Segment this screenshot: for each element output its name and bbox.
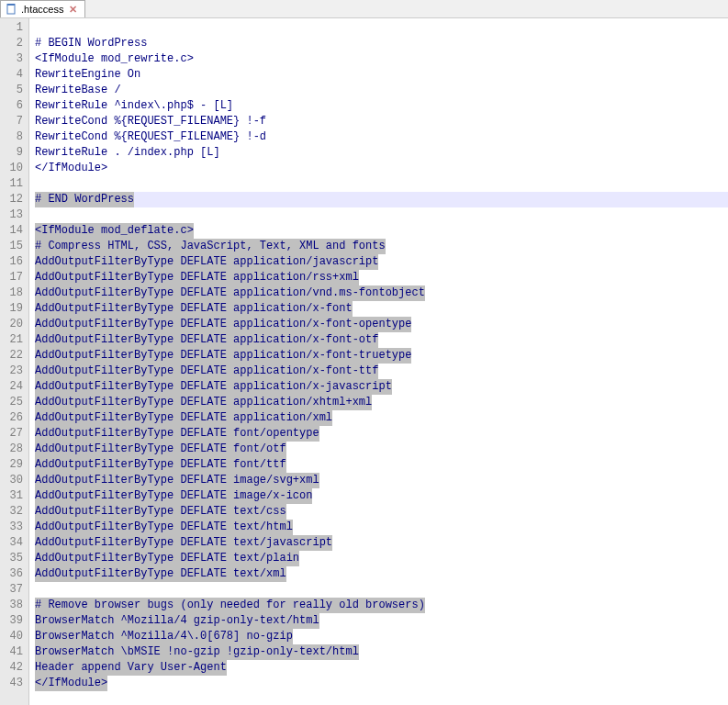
code-line[interactable]: AddOutputFilterByType DEFLATE text/html — [35, 520, 728, 535]
code-line[interactable]: AddOutputFilterByType DEFLATE applicatio… — [35, 301, 728, 317]
code-line[interactable]: AddOutputFilterByType DEFLATE text/javas… — [35, 535, 728, 551]
code-line[interactable]: AddOutputFilterByType DEFLATE image/svg+… — [35, 473, 728, 488]
code-line[interactable]: AddOutputFilterByType DEFLATE image/x-ic… — [35, 488, 728, 504]
line-number: 9 — [4, 145, 23, 161]
selected-text: AddOutputFilterByType DEFLATE font/otf — [35, 442, 286, 457]
code-line[interactable]: AddOutputFilterByType DEFLATE text/plain — [35, 551, 728, 566]
line-number: 33 — [4, 520, 23, 535]
code-line[interactable]: # END WordPress — [35, 192, 728, 207]
code-line[interactable]: BrowserMatch ^Mozilla/4 gzip-only-text/h… — [35, 613, 728, 629]
line-number: 17 — [4, 270, 23, 285]
line-number: 30 — [4, 473, 23, 488]
selected-text: AddOutputFilterByType DEFLATE text/plain — [35, 551, 299, 566]
line-number: 39 — [4, 613, 23, 629]
code-line[interactable]: AddOutputFilterByType DEFLATE font/opent… — [35, 426, 728, 442]
code-text: RewriteBase / — [35, 83, 121, 98]
code-line[interactable]: RewriteBase / — [35, 83, 728, 98]
code-line[interactable]: AddOutputFilterByType DEFLATE applicatio… — [35, 254, 728, 270]
code-line[interactable]: <IfModule mod_deflate.c> — [35, 223, 728, 239]
code-line[interactable]: # Remove browser bugs (only needed for r… — [35, 598, 728, 613]
code-line[interactable]: AddOutputFilterByType DEFLATE applicatio… — [35, 332, 728, 348]
code-line[interactable]: AddOutputFilterByType DEFLATE applicatio… — [35, 410, 728, 426]
line-number: 41 — [4, 644, 23, 660]
selected-text: AddOutputFilterByType DEFLATE font/ttf — [35, 457, 286, 473]
selected-text: AddOutputFilterByType DEFLATE applicatio… — [35, 364, 378, 379]
file-icon — [6, 4, 17, 15]
line-number: 15 — [4, 239, 23, 254]
code-line[interactable]: BrowserMatch ^Mozilla/4\.0[678] no-gzip — [35, 629, 728, 644]
selected-text: </IfModule> — [35, 676, 107, 691]
selected-text: # Remove browser bugs (only needed for r… — [35, 598, 425, 613]
selected-text: BrowserMatch \bMSIE !no-gzip !gzip-only-… — [35, 644, 359, 660]
code-line[interactable] — [35, 176, 728, 192]
selected-text: BrowserMatch ^Mozilla/4\.0[678] no-gzip — [35, 629, 293, 644]
line-number: 40 — [4, 629, 23, 644]
line-number: 36 — [4, 566, 23, 582]
code-line[interactable]: AddOutputFilterByType DEFLATE applicatio… — [35, 317, 728, 332]
code-line[interactable]: AddOutputFilterByType DEFLATE font/otf — [35, 442, 728, 457]
code-line[interactable]: AddOutputFilterByType DEFLATE applicatio… — [35, 270, 728, 285]
code-line[interactable]: AddOutputFilterByType DEFLATE applicatio… — [35, 364, 728, 379]
code-text: <IfModule mod_rewrite.c> — [35, 51, 194, 67]
selected-text: # Compress HTML, CSS, JavaScript, Text, … — [35, 239, 386, 254]
code-line[interactable]: AddOutputFilterByType DEFLATE applicatio… — [35, 395, 728, 410]
selected-text: AddOutputFilterByType DEFLATE image/svg+… — [35, 473, 319, 488]
selected-text: AddOutputFilterByType DEFLATE applicatio… — [35, 254, 378, 270]
selected-text: AddOutputFilterByType DEFLATE applicatio… — [35, 285, 425, 301]
line-number: 22 — [4, 348, 23, 364]
code-line[interactable]: RewriteCond %{REQUEST_FILENAME} !-d — [35, 129, 728, 145]
line-number: 34 — [4, 535, 23, 551]
code-text: </IfModule> — [35, 161, 107, 176]
code-line[interactable] — [35, 207, 728, 223]
code-area[interactable]: # BEGIN WordPress<IfModule mod_rewrite.c… — [29, 18, 728, 705]
code-line[interactable]: RewriteRule . /index.php [L] — [35, 145, 728, 161]
selected-text: AddOutputFilterByType DEFLATE text/html — [35, 520, 293, 535]
line-number: 29 — [4, 457, 23, 473]
selected-text: AddOutputFilterByType DEFLATE applicatio… — [35, 379, 392, 395]
line-number: 5 — [4, 83, 23, 98]
line-number: 27 — [4, 426, 23, 442]
code-line[interactable]: BrowserMatch \bMSIE !no-gzip !gzip-only-… — [35, 644, 728, 660]
code-line[interactable]: </IfModule> — [35, 161, 728, 176]
code-editor[interactable]: 1234567891011121314151617181920212223242… — [0, 18, 728, 705]
code-line[interactable]: <IfModule mod_rewrite.c> — [35, 51, 728, 67]
svg-rect-1 — [7, 4, 15, 6]
code-line[interactable]: Header append Vary User-Agent — [35, 660, 728, 676]
line-number: 31 — [4, 488, 23, 504]
selected-text: AddOutputFilterByType DEFLATE applicatio… — [35, 317, 411, 332]
code-text: RewriteCond %{REQUEST_FILENAME} !-f — [35, 114, 266, 129]
tab-close-icon[interactable]: ✕ — [67, 4, 79, 16]
line-number: 43 — [4, 676, 23, 691]
code-line[interactable]: AddOutputFilterByType DEFLATE applicatio… — [35, 379, 728, 395]
file-tab[interactable]: .htaccess ✕ — [0, 0, 85, 17]
code-line[interactable]: AddOutputFilterByType DEFLATE text/css — [35, 504, 728, 520]
selected-text: AddOutputFilterByType DEFLATE applicatio… — [35, 348, 411, 364]
code-line[interactable]: AddOutputFilterByType DEFLATE applicatio… — [35, 285, 728, 301]
code-line[interactable]: </IfModule> — [35, 676, 728, 691]
code-line[interactable] — [35, 582, 728, 598]
line-number: 20 — [4, 317, 23, 332]
line-number: 32 — [4, 504, 23, 520]
line-number: 42 — [4, 660, 23, 676]
code-line[interactable]: RewriteEngine On — [35, 67, 728, 83]
line-number: 37 — [4, 582, 23, 598]
code-line[interactable]: RewriteCond %{REQUEST_FILENAME} !-f — [35, 114, 728, 129]
code-line[interactable]: # Compress HTML, CSS, JavaScript, Text, … — [35, 239, 728, 254]
selected-text: AddOutputFilterByType DEFLATE applicatio… — [35, 410, 332, 426]
code-line[interactable]: RewriteRule ^index\.php$ - [L] — [35, 98, 728, 114]
code-text: # BEGIN WordPress — [35, 36, 147, 51]
code-line[interactable]: AddOutputFilterByType DEFLATE applicatio… — [35, 348, 728, 364]
code-line[interactable]: AddOutputFilterByType DEFLATE font/ttf — [35, 457, 728, 473]
line-number: 14 — [4, 223, 23, 239]
code-line[interactable] — [35, 20, 728, 36]
code-text: RewriteRule ^index\.php$ - [L] — [35, 98, 233, 114]
line-number: 7 — [4, 114, 23, 129]
code-line[interactable]: # BEGIN WordPress — [35, 36, 728, 51]
line-number: 4 — [4, 67, 23, 83]
line-number: 10 — [4, 161, 23, 176]
selected-text: <IfModule mod_deflate.c> — [35, 223, 194, 239]
code-line[interactable]: AddOutputFilterByType DEFLATE text/xml — [35, 566, 728, 582]
line-number: 35 — [4, 551, 23, 566]
selected-text: # END WordPress — [35, 192, 134, 207]
line-number: 23 — [4, 364, 23, 379]
